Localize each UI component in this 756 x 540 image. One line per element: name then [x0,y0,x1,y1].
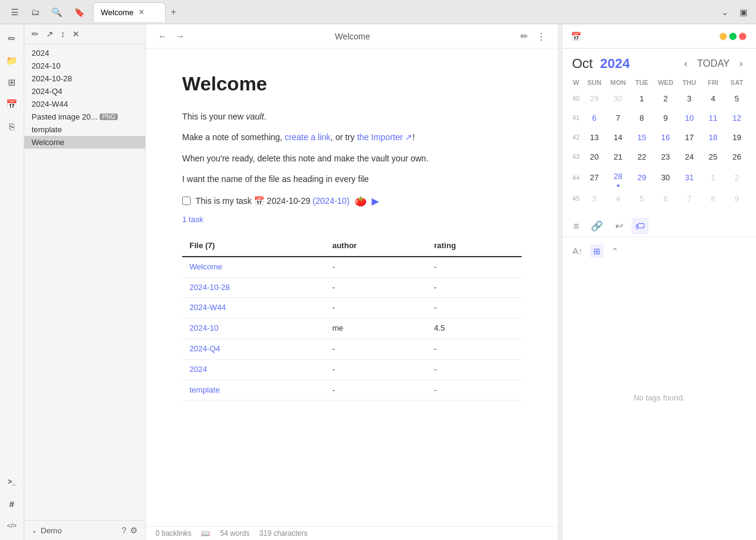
file-link[interactable]: 2024-10-28 [189,283,230,292]
more-options-button[interactable]: ⋮ [534,29,548,44]
day-cell[interactable]: 1 [705,170,721,186]
sidebar-icon-code[interactable]: </> [2,516,22,535]
day-cell[interactable]: 18 [705,129,721,145]
calendar-day[interactable]: 11 [701,108,725,127]
day-cell[interactable]: 29 [587,90,602,106]
expand-icon[interactable]: ⌃ [608,245,622,258]
day-cell[interactable]: 28 [610,168,626,184]
help-button[interactable]: ? [121,525,126,535]
open-folder-button[interactable]: ↗ [44,28,56,40]
sidebar-icon-folder[interactable]: 📁 [2,51,22,70]
day-cell[interactable]: 2 [658,90,673,106]
calendar-day[interactable]: 3 [678,89,701,108]
back-button[interactable]: ← [155,29,169,44]
day-cell[interactable]: 8 [705,191,721,206]
sidebar-icon-new-note[interactable]: ✏ [2,29,22,49]
day-cell[interactable]: 4 [705,90,721,106]
day-cell[interactable]: 27 [587,170,602,186]
tab-welcome[interactable]: Welcome ✕ [93,2,166,22]
next-month-button[interactable]: › [736,57,746,70]
task-date-link[interactable]: (2024-10) [313,196,350,206]
calendar-day[interactable]: 5 [630,189,653,208]
calendar-day[interactable]: 8 [630,108,653,127]
day-cell[interactable]: 14 [610,129,626,145]
tab-close-button[interactable]: ✕ [138,8,145,16]
forward-button[interactable]: → [173,29,187,44]
calendar-day[interactable]: 21 [606,147,630,166]
calendar-day[interactable]: 24 [678,147,701,166]
file-item-template[interactable]: template [24,123,145,136]
sidebar-icon-calendar[interactable]: 📅 [2,95,22,114]
calendar-day[interactable]: 16 [654,127,678,147]
day-cell[interactable]: 16 [658,129,673,145]
sidebar-icon-terminal[interactable]: >_ [2,472,22,491]
day-cell[interactable]: 10 [681,110,697,126]
sidebar-icon-apps[interactable]: ⊞ [2,73,22,92]
day-cell[interactable]: 6 [587,110,602,126]
tag-filter-icon[interactable]: 🏷 [632,218,649,234]
calendar-day[interactable]: 28 [606,166,630,189]
calendar-day[interactable]: 12 [725,108,749,127]
list-icon[interactable]: ≡ [570,218,582,234]
create-link[interactable]: create a link [285,132,330,142]
calendar-day[interactable]: 2 [725,166,749,189]
backlink-icon[interactable]: ↩ [611,218,627,234]
day-cell[interactable]: 7 [610,110,626,126]
file-item-pasted-image-20...[interactable]: Pasted image 20...PNG [24,110,145,123]
minimize-button[interactable] [720,33,727,40]
day-cell[interactable]: 4 [610,191,626,206]
calendar-day[interactable]: 13 [582,127,606,147]
day-cell[interactable]: 5 [634,191,650,206]
close-panel-button[interactable]: ✕ [70,28,82,40]
day-cell[interactable]: 3 [587,191,602,206]
calendar-day[interactable]: 15 [630,127,653,147]
day-cell[interactable]: 17 [681,129,697,145]
calendar-day[interactable]: 9 [654,108,678,127]
file-item-2024-q4[interactable]: 2024-Q4 [24,85,145,98]
day-cell[interactable]: 2 [729,170,744,186]
file-item-2024-10[interactable]: 2024-10 [24,59,145,72]
day-cell[interactable]: 26 [729,149,744,164]
file-item-welcome[interactable]: Welcome [24,136,145,149]
day-cell[interactable]: 9 [729,191,744,206]
day-cell[interactable]: 8 [634,110,650,126]
day-cell[interactable]: 30 [610,90,626,106]
day-cell[interactable]: 5 [729,90,744,106]
sidebar-icon-tag[interactable]: # [2,494,22,513]
file-link[interactable]: 2024-W44 [189,303,226,312]
file-link[interactable]: 2024 [189,365,207,374]
calendar-day[interactable]: 7 [606,108,630,127]
day-cell[interactable]: 7 [681,191,697,206]
dropdown-button[interactable]: ⌄ [718,5,732,19]
file-link[interactable]: Welcome [189,262,222,271]
calendar-day[interactable]: 23 [654,147,678,166]
day-cell[interactable]: 6 [658,191,673,206]
prev-month-button[interactable]: ‹ [681,57,691,70]
day-cell[interactable]: 15 [634,129,650,145]
day-cell[interactable]: 25 [705,149,721,164]
search-button[interactable]: 🔍 [48,5,66,19]
day-cell[interactable]: 1 [634,90,650,106]
calendar-day[interactable]: 9 [725,189,749,208]
bookmark-button[interactable]: 🔖 [70,5,88,19]
calendar-day[interactable]: 18 [701,127,725,147]
folder-button[interactable]: 🗂 [27,5,43,19]
sort-az-icon[interactable]: A↑ [570,245,585,258]
calendar-day[interactable]: 3 [582,189,606,208]
day-cell[interactable]: 30 [658,170,673,186]
day-cell[interactable]: 23 [658,149,673,164]
calendar-day[interactable]: 5 [725,89,749,108]
calendar-day[interactable]: 4 [606,189,630,208]
day-cell[interactable]: 20 [587,149,602,164]
edit-button[interactable]: ✏ [518,29,531,44]
calendar-day[interactable]: 25 [701,147,725,166]
day-cell[interactable]: 22 [634,149,650,164]
day-cell[interactable]: 19 [729,129,744,145]
day-cell[interactable]: 13 [587,129,602,145]
calendar-day[interactable]: 19 [725,127,749,147]
calendar-day[interactable]: 29 [630,166,653,189]
day-cell[interactable]: 21 [610,149,626,164]
day-cell[interactable]: 24 [681,149,697,164]
calendar-day[interactable]: 7 [678,189,701,208]
day-cell[interactable]: 29 [634,170,650,186]
